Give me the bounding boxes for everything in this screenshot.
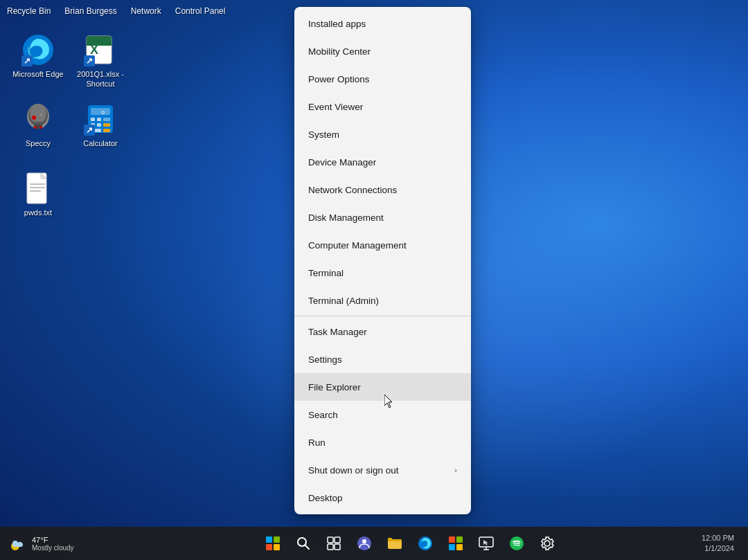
remote-desktop-button[interactable]	[472, 530, 500, 557]
svg-rect-50	[449, 536, 455, 543]
svg-text:X: X	[90, 43, 98, 57]
menu-item-power-options[interactable]: Power Options	[294, 65, 471, 93]
weather-info: 47°F Mostly cloudy	[32, 536, 74, 552]
desktop-icon-pwds[interactable]: pwds.txt	[7, 166, 69, 235]
menu-item-settings[interactable]: Settings	[294, 345, 471, 373]
shut-down-arrow: ›	[454, 466, 457, 474]
menu-item-search[interactable]: Search	[294, 401, 471, 428]
menu-item-desktop[interactable]: Desktop	[294, 484, 471, 512]
pwds-icon-label: pwds.txt	[24, 208, 52, 217]
svg-rect-45	[335, 544, 340, 550]
menu-item-file-explorer[interactable]: File Explorer	[294, 373, 471, 401]
menu-separator-1	[294, 316, 471, 316]
desktop: Recycle Bin Brian Burgess Network Contro…	[0, 0, 748, 560]
svg-rect-21	[91, 118, 95, 121]
menu-item-shut-down[interactable]: Shut down or sign out ›	[294, 456, 471, 484]
svg-rect-23	[103, 118, 110, 121]
excel-icon-label: 2001Q1.xlsx - Shortcut	[75, 69, 126, 89]
svg-text:↗: ↗	[86, 56, 93, 66]
svg-rect-44	[328, 544, 333, 550]
excel-icon-image: X ↗	[84, 33, 117, 66]
menu-item-installed-apps[interactable]: Installed apps	[294, 10, 471, 37]
svg-rect-42	[328, 537, 333, 543]
menu-item-terminal[interactable]: Terminal	[294, 259, 471, 287]
desktop-icon-calculator[interactable]: 0 ↗ Calculator	[69, 97, 132, 166]
svg-line-41	[305, 545, 309, 549]
topbar-recycle-bin[interactable]: Recycle Bin	[7, 6, 51, 16]
svg-point-12	[32, 116, 36, 120]
taskbar-center	[125, 530, 696, 557]
system-clock[interactable]: 12:00 PM 1/1/2024	[696, 533, 740, 554]
topbar-brian-burgess[interactable]: Brian Burgess	[64, 6, 116, 16]
svg-rect-22	[97, 118, 101, 121]
svg-rect-38	[266, 544, 272, 550]
svg-text:↗: ↗	[24, 56, 30, 66]
task-view-button[interactable]	[320, 530, 348, 557]
svg-rect-28	[103, 129, 110, 132]
desktop-icon-excel[interactable]: X ↗ 2001Q1.xlsx - Shortcut	[69, 28, 132, 97]
calculator-icon-image: 0 ↗	[84, 102, 117, 136]
ms-store-button[interactable]	[442, 530, 470, 557]
menu-item-system[interactable]: System	[294, 120, 471, 148]
taskbar: 47°F Mostly cloudy	[0, 527, 748, 560]
svg-point-16	[34, 126, 37, 129]
desktop-icon-container: ↗ Microsoft Edge X ↗ 2001Q1.xlsx - Short…	[7, 28, 132, 374]
svg-point-40	[298, 538, 306, 546]
svg-point-13	[39, 114, 42, 116]
svg-rect-26	[103, 123, 110, 127]
svg-point-47	[362, 539, 366, 543]
start-button[interactable]	[259, 530, 287, 557]
svg-point-11	[30, 104, 46, 123]
svg-rect-39	[274, 544, 280, 550]
svg-rect-43	[335, 537, 340, 543]
teams-button[interactable]	[350, 530, 378, 557]
menu-item-device-manager[interactable]: Device Manager	[294, 148, 471, 176]
speccy-icon-label: Speccy	[26, 138, 51, 148]
taskbar-right: 12:00 PM 1/1/2024	[696, 533, 748, 554]
svg-rect-36	[266, 536, 272, 543]
file-explorer-taskbar-button[interactable]	[381, 530, 409, 557]
svg-rect-53	[456, 544, 463, 550]
menu-item-computer-management[interactable]: Computer Management	[294, 231, 471, 259]
edge-icon-image: ↗	[21, 33, 55, 66]
menu-item-mobility-center[interactable]: Mobility Center	[294, 37, 471, 65]
taskbar-left: 47°F Mostly cloudy	[0, 534, 125, 553]
calculator-icon-label: Calculator	[83, 138, 118, 148]
svg-rect-19	[91, 108, 110, 115]
svg-point-17	[39, 126, 42, 129]
menu-item-network-connections[interactable]: Network Connections	[294, 176, 471, 204]
svg-rect-51	[456, 536, 463, 543]
menu-item-disk-management[interactable]: Disk Management	[294, 204, 471, 231]
desktop-icon-speccy[interactable]: Speccy	[7, 97, 69, 166]
spotify-button[interactable]	[503, 530, 531, 557]
svg-rect-37	[274, 536, 280, 543]
svg-text:↗: ↗	[86, 125, 93, 135]
topbar-control-panel[interactable]: Control Panel	[175, 6, 226, 16]
menu-item-terminal-admin[interactable]: Terminal (Admin)	[294, 287, 471, 314]
speccy-icon-image	[21, 102, 55, 136]
weather-icon	[8, 534, 28, 553]
svg-text:0: 0	[102, 109, 105, 116]
weather-desc: Mostly cloudy	[32, 544, 74, 552]
topbar-network[interactable]: Network	[131, 6, 161, 16]
menu-item-event-viewer[interactable]: Event Viewer	[294, 93, 471, 120]
desktop-icon-edge[interactable]: ↗ Microsoft Edge	[7, 28, 69, 97]
weather-temp: 47°F	[32, 536, 74, 544]
menu-item-task-manager[interactable]: Task Manager	[294, 318, 471, 345]
context-menu: Installed apps Mobility Center Power Opt…	[294, 7, 471, 514]
desktop-topbar: Recycle Bin Brian Burgess Network Contro…	[0, 0, 298, 22]
edge-taskbar-button[interactable]	[411, 530, 439, 557]
edge-icon-label: Microsoft Edge	[12, 69, 63, 79]
svg-rect-52	[449, 544, 455, 550]
pwds-icon-image	[21, 172, 55, 205]
svg-rect-14	[33, 122, 44, 125]
svg-rect-25	[97, 123, 101, 127]
menu-item-run[interactable]: Run	[294, 428, 471, 456]
search-taskbar-button[interactable]	[290, 530, 317, 557]
settings-taskbar-button[interactable]	[533, 530, 561, 557]
